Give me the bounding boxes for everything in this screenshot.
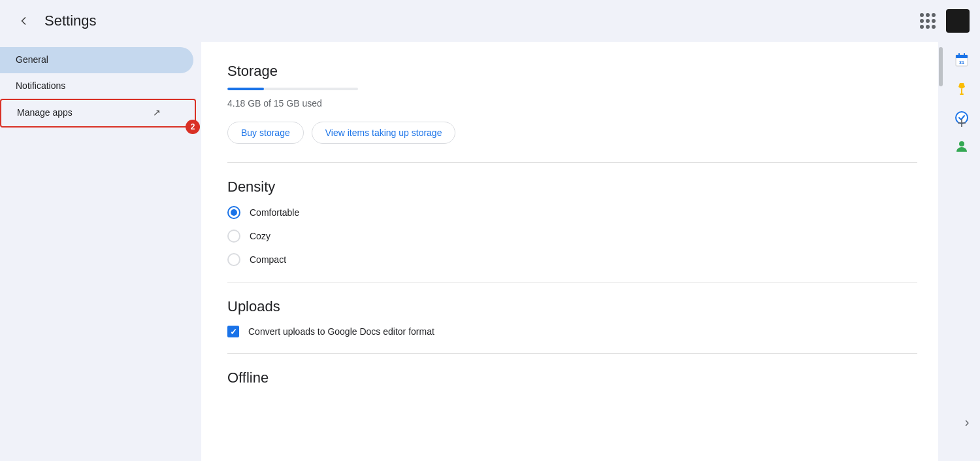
density-compact-label: Compact — [250, 254, 286, 265]
google-keep-icon[interactable] — [949, 76, 975, 102]
offline-section: Offline — [227, 369, 917, 386]
checkbox-box: ✓ — [227, 326, 239, 337]
divider-2 — [227, 282, 917, 282]
svg-point-7 — [959, 141, 964, 146]
convert-uploads-checkbox[interactable]: ✓ Convert uploads to Google Docs editor … — [227, 326, 917, 337]
grid-dots-icon — [920, 13, 936, 29]
svg-text:31: 31 — [959, 60, 964, 65]
density-cozy[interactable]: Cozy — [227, 230, 917, 243]
density-cozy-label: Cozy — [250, 231, 270, 241]
google-calendar-icon[interactable]: 31 — [949, 47, 975, 73]
content-area: Storage 4.18 GB of 15 GB used Buy storag… — [201, 42, 943, 461]
density-comfortable[interactable]: Comfortable — [227, 206, 917, 219]
sidebar: General Notifications Manage apps ↗ 2 — [0, 42, 201, 461]
svg-rect-1 — [956, 55, 968, 58]
google-contacts-icon[interactable] — [949, 133, 975, 160]
sidebar-item-notifications[interactable]: Notifications — [0, 73, 193, 99]
manage-apps-border: Manage apps ↗ — [0, 99, 196, 128]
expand-button[interactable]: › — [954, 409, 980, 435]
scrollbar-thumb[interactable] — [939, 47, 943, 86]
user-avatar[interactable] — [946, 9, 970, 33]
density-compact[interactable]: Compact — [227, 253, 917, 266]
radio-cozy-circle — [227, 230, 240, 243]
sidebar-item-manage-apps[interactable]: Manage apps ↗ — [1, 100, 187, 126]
plus-icon: + — [957, 114, 966, 132]
storage-buttons: Buy storage View items taking up storage — [227, 122, 917, 144]
density-comfortable-label: Comfortable — [250, 207, 299, 218]
density-title: Density — [227, 179, 917, 196]
density-radio-group: Comfortable Cozy Compact — [227, 206, 917, 266]
storage-used-text: 4.18 GB of 15 GB used — [227, 98, 917, 109]
radio-compact-circle — [227, 253, 240, 266]
radio-comfortable-circle — [227, 206, 240, 219]
radio-comfortable-fill — [231, 209, 237, 216]
storage-bar-fill — [227, 88, 264, 90]
right-sidebar: 31 + — [943, 42, 980, 461]
back-button[interactable] — [10, 8, 37, 34]
divider-1 — [227, 162, 917, 163]
divider-3 — [227, 353, 917, 354]
manage-apps-wrapper: Manage apps ↗ 2 — [0, 99, 201, 128]
buy-storage-button[interactable]: Buy storage — [227, 122, 304, 144]
scrollbar-track — [938, 42, 943, 461]
topbar-left: Settings — [10, 8, 97, 34]
cursor-indicator: ↗ — [153, 107, 161, 120]
view-items-button[interactable]: View items taking up storage — [312, 122, 456, 144]
convert-uploads-label: Convert uploads to Google Docs editor fo… — [248, 326, 434, 337]
storage-section: Storage 4.18 GB of 15 GB used Buy storag… — [227, 63, 917, 144]
density-section: Density Comfortable Cozy Compact — [227, 179, 917, 266]
main-layout: General Notifications Manage apps ↗ 2 St… — [0, 42, 980, 461]
svg-rect-5 — [960, 94, 964, 95]
google-apps-button[interactable] — [915, 8, 941, 34]
offline-title: Offline — [227, 369, 917, 386]
chevron-right-icon: › — [965, 415, 970, 430]
storage-bar — [227, 88, 358, 90]
checkmark-icon: ✓ — [230, 328, 237, 336]
uploads-section: Uploads ✓ Convert uploads to Google Docs… — [227, 298, 917, 337]
topbar-right — [915, 8, 970, 34]
page-title: Settings — [44, 12, 97, 29]
sidebar-item-general[interactable]: General — [0, 47, 193, 73]
storage-title: Storage — [227, 63, 917, 80]
topbar: Settings — [0, 0, 980, 42]
uploads-title: Uploads — [227, 298, 917, 315]
add-app-button[interactable]: + — [949, 110, 975, 136]
badge-count: 2 — [186, 120, 200, 134]
